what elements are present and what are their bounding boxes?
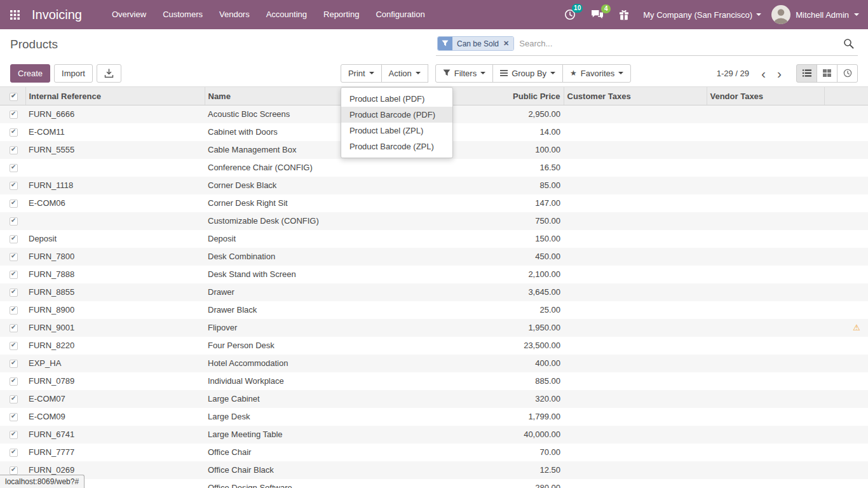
row-checkbox[interactable] xyxy=(10,128,18,137)
rewards-menu-button[interactable] xyxy=(611,10,637,20)
row-checkbox[interactable] xyxy=(10,111,18,119)
row-checkbox[interactable] xyxy=(10,449,18,457)
company-switcher[interactable]: My Company (San Francisco) xyxy=(643,10,761,20)
gift-icon xyxy=(619,10,629,20)
column-header-vendor-taxes[interactable]: Vendor Taxes xyxy=(707,87,824,105)
create-button[interactable]: Create xyxy=(10,64,50,83)
control-panel: Create Import Print Action Product Label… xyxy=(0,60,868,86)
search-input[interactable] xyxy=(519,39,838,48)
row-checkbox[interactable] xyxy=(10,271,18,279)
row-checkbox[interactable] xyxy=(10,377,18,386)
table-row[interactable]: E-COM06 Corner Desk Right Sit 147.00 xyxy=(0,194,868,212)
column-header-customer-taxes[interactable]: Customer Taxes xyxy=(564,87,707,105)
search-button[interactable] xyxy=(843,38,857,49)
cell-vendor-taxes xyxy=(707,444,824,461)
favorites-button[interactable]: ★ Favorites xyxy=(562,64,631,83)
menu-item-vendors[interactable]: Vendors xyxy=(211,0,258,29)
row-checkbox[interactable] xyxy=(10,217,18,226)
print-menu-item[interactable]: Product Barcode (ZPL) xyxy=(341,139,452,154)
table-row[interactable]: FURN_7800 Desk Combination 450.00 xyxy=(0,248,868,266)
menu-item-customers[interactable]: Customers xyxy=(154,0,211,29)
row-checkbox[interactable] xyxy=(10,182,18,190)
column-header-internal-reference[interactable]: Internal Reference xyxy=(25,87,205,105)
search-view[interactable]: Can be Sold ✕ xyxy=(436,33,858,56)
table-row[interactable]: FURN_8900 Drawer Black 25.00 xyxy=(0,301,868,319)
menu-item-accounting[interactable]: Accounting xyxy=(258,0,315,29)
table-row[interactable]: FURN_8855 Drawer 3,645.00 xyxy=(0,283,868,301)
table-row[interactable]: FURN_7777 Office Chair 70.00 xyxy=(0,444,868,461)
cell-customer-taxes xyxy=(564,355,707,372)
table-row[interactable]: FURN_0269 Office Chair Black 12.50 xyxy=(0,461,868,479)
cell-public-price: 40,000.00 xyxy=(449,426,564,444)
row-checkbox[interactable] xyxy=(10,288,18,297)
print-menu-item[interactable]: Product Label (PDF) xyxy=(341,91,452,107)
table-row[interactable]: E-COM09 Large Desk 1,799.00 xyxy=(0,408,868,426)
menu-item-reporting[interactable]: Reporting xyxy=(315,0,367,29)
row-checkbox[interactable] xyxy=(10,164,18,172)
cell-name: Drawer xyxy=(205,283,449,301)
cell-customer-taxes xyxy=(564,390,707,408)
row-checkbox[interactable] xyxy=(10,395,18,403)
table-row[interactable]: EXP_HA Hotel Accommodation 400.00 xyxy=(0,355,868,372)
cell-internal-reference xyxy=(25,212,205,230)
cell-public-price: 3,645.00 xyxy=(449,283,564,301)
filters-button[interactable]: Filters xyxy=(435,64,493,83)
menu-item-overview[interactable]: Overview xyxy=(104,0,154,29)
row-checkbox[interactable] xyxy=(10,146,18,154)
cell-name: Desk Stand with Screen xyxy=(205,266,449,283)
app-name[interactable]: Invoicing xyxy=(32,8,82,22)
import-button-label: Import xyxy=(62,69,85,78)
cell-customer-taxes xyxy=(564,283,707,301)
row-checkbox[interactable] xyxy=(10,324,18,332)
pager-previous-button[interactable]: ‹ xyxy=(756,67,771,80)
table-row[interactable]: FURN_9001 Flipover 1,950.00 ⚠ xyxy=(0,319,868,337)
row-checkbox[interactable] xyxy=(10,200,18,208)
print-menu-item[interactable]: Product Barcode (PDF) xyxy=(341,107,452,123)
table-row[interactable]: FURN_8220 Four Person Desk 23,500.00 xyxy=(0,337,868,355)
facet-remove-icon[interactable]: ✕ xyxy=(503,39,509,48)
chevron-down-icon xyxy=(756,13,761,16)
cell-customer-taxes xyxy=(564,372,707,390)
table-row[interactable]: FURN_1118 Corner Desk Black 85.00 xyxy=(0,177,868,194)
row-checkbox[interactable] xyxy=(10,360,18,368)
row-checkbox[interactable] xyxy=(10,413,18,421)
list-view-button[interactable] xyxy=(796,64,817,83)
export-button[interactable] xyxy=(97,64,121,83)
kanban-view-button[interactable] xyxy=(817,64,837,83)
table-row[interactable]: FURN_6741 Large Meeting Table 40,000.00 xyxy=(0,426,868,444)
print-button[interactable]: Print xyxy=(341,64,382,83)
activity-view-button[interactable] xyxy=(837,64,858,83)
table-row[interactable]: Office Design Software 280.00 xyxy=(0,479,868,488)
menu-item-configuration[interactable]: Configuration xyxy=(367,0,433,29)
column-header-public-price[interactable]: Public Price xyxy=(449,87,564,105)
table-row[interactable]: E-COM07 Large Cabinet 320.00 xyxy=(0,390,868,408)
group-by-button[interactable]: Group By xyxy=(492,64,563,83)
table-row[interactable]: FURN_0789 Individual Workplace 885.00 xyxy=(0,372,868,390)
messages-menu-button[interactable]: 4 xyxy=(583,10,611,20)
row-checkbox[interactable] xyxy=(10,306,18,315)
import-button[interactable]: Import xyxy=(54,64,93,83)
table-row[interactable]: Deposit Deposit 150.00 xyxy=(0,230,868,248)
activities-menu-button[interactable]: 10 xyxy=(557,9,583,20)
activity-view-icon xyxy=(843,69,852,78)
user-menu[interactable]: Mitchell Admin xyxy=(771,5,859,24)
row-checkbox[interactable] xyxy=(10,235,18,243)
apps-menu-button[interactable] xyxy=(0,0,29,29)
action-button[interactable]: Action xyxy=(381,64,428,83)
print-menu-item[interactable]: Product Label (ZPL) xyxy=(341,123,452,139)
row-checkbox[interactable] xyxy=(10,466,18,475)
cell-customer-taxes xyxy=(564,177,707,194)
cell-vendor-taxes xyxy=(707,266,824,283)
table-row[interactable]: Conference Chair (CONFIG) 16.50 xyxy=(0,159,868,177)
cell-customer-taxes xyxy=(564,141,707,159)
table-row[interactable]: Customizable Desk (CONFIG) 750.00 xyxy=(0,212,868,230)
activity-exception-icon: ⚠ xyxy=(853,323,860,332)
row-checkbox[interactable] xyxy=(10,431,18,439)
apps-grid-icon xyxy=(10,10,20,20)
select-all-checkbox[interactable] xyxy=(10,93,18,101)
row-checkbox[interactable] xyxy=(10,342,18,350)
pager-next-button[interactable]: › xyxy=(771,67,787,80)
row-checkbox[interactable] xyxy=(10,253,18,261)
cell-public-price: 25.00 xyxy=(449,301,564,319)
table-row[interactable]: FURN_7888 Desk Stand with Screen 2,100.0… xyxy=(0,266,868,283)
